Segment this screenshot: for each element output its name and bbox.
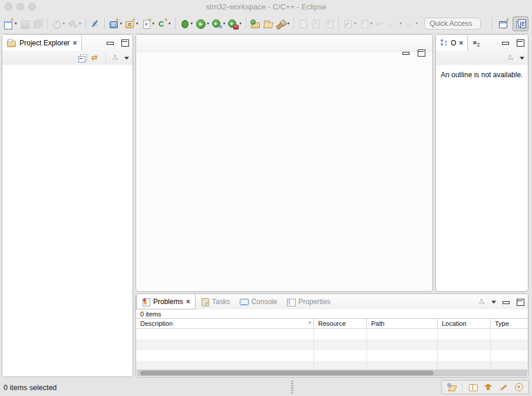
save-all-icon [33,19,43,29]
table-cell [438,339,491,350]
toolbar-separator [293,18,294,29]
build-configuration-icon [68,19,78,29]
samples-pencil-icon[interactable] [499,383,508,391]
close-icon[interactable]: × [459,39,463,47]
search-button[interactable]: ▾ [275,16,291,31]
table-row[interactable] [136,339,528,350]
maximize-view-button[interactable] [120,39,129,47]
tab-problems[interactable]: Problems× [136,294,196,309]
external-tools-button[interactable]: ▾ [227,16,243,31]
outline-icon [440,39,448,47]
tab-tasks[interactable]: Tasks [196,294,235,309]
view-menu-button[interactable]: ▼ [123,55,130,61]
scrollbar-thumb[interactable] [140,371,434,375]
close-icon[interactable]: × [72,39,77,47]
minimize-editor-button[interactable] [401,49,410,57]
horizontal-scrollbar[interactable] [137,369,527,377]
new-button[interactable]: ▾ [2,16,18,31]
tasks-icon [200,298,209,306]
traffic-light-minimize-button[interactable] [16,3,24,11]
problems-view: Problems×TasksConsoleProperties ▼ 0 item… [136,293,528,378]
toolbar-buttons: ▾▾▾▾▾▾▾▾▾▾▾▾▾▾▾▾ [2,16,419,31]
debug-button[interactable]: ▾ [179,16,194,31]
maximize-view-button[interactable] [516,39,524,47]
new-cpp-project-button[interactable]: ▾ [124,16,140,31]
editor-area[interactable] [136,34,433,292]
table-row[interactable] [136,329,528,339]
whats-new-star-icon[interactable] [514,383,524,391]
welcome-toolbar [441,380,529,394]
overview-book-icon[interactable] [468,383,478,391]
open-resource-button[interactable] [262,16,275,31]
profile-button[interactable]: ▾ [211,16,227,31]
back-button: ▾ [387,16,403,31]
dropdown-caret-icon: ▾ [207,21,209,26]
view-overflow-button[interactable]: » 2 [472,38,480,48]
maximize-view-button[interactable] [516,298,524,306]
project-explorer-tree[interactable] [2,65,133,377]
toolbar-separator [85,18,86,29]
build-all-icon [52,19,62,29]
toolbar-separator [462,382,462,392]
console-icon [239,298,248,306]
open-perspective-button[interactable] [497,16,510,31]
toolbar-separator [175,18,176,29]
column-header-description[interactable]: Description^ [136,319,314,328]
link-with-editor-button[interactable] [91,53,101,62]
open-perspective-icon [498,19,509,29]
show-whitespace-button [323,16,335,31]
tab-outline[interactable]: O × [436,35,468,51]
skip-all-breakpoints-button[interactable] [89,16,101,31]
save-icon [20,19,30,29]
column-header-type[interactable]: Type [491,319,528,328]
back-to-last-edit-button [374,16,386,31]
outline-header: O × » 2 ▼ [436,35,528,65]
new-source-file-icon [141,19,151,29]
view-menu-button[interactable]: ▼ [518,55,526,61]
new-class-button[interactable]: ▾ [156,16,172,31]
next-annotation-icon [298,19,308,29]
minimize-view-button[interactable] [501,298,510,306]
traffic-light-close-button[interactable] [5,3,12,11]
tab-console[interactable]: Console [234,294,282,309]
close-icon[interactable]: × [186,298,190,305]
forward-icon [405,19,415,29]
column-header-resource[interactable]: Resource [314,319,367,328]
table-cell [314,339,367,350]
last-edit-location-icon [343,19,353,29]
project-explorer-view: Project Explorer × ▼ [2,34,133,377]
view-menu-button[interactable]: ▼ [490,299,497,305]
go-to-next-edit-icon [359,19,369,29]
column-header-location[interactable]: Location [438,319,491,328]
collapse-all-button[interactable] [77,53,87,62]
tab-label: Project Explorer [19,39,70,47]
toolbar-separator [47,18,48,29]
dropdown-caret-icon: ▾ [168,21,171,26]
maximize-editor-button[interactable] [417,49,425,57]
traffic-light-zoom-button[interactable] [28,3,36,11]
welcome-icon[interactable] [447,383,456,391]
c-cpp-perspective-button[interactable] [513,16,528,31]
selection-status: 0 items selected [4,384,57,392]
quick-access-input[interactable] [424,18,481,29]
new-source-file-button[interactable]: ▾ [140,16,156,31]
bottom-tab-bar: Problems×TasksConsoleProperties ▼ [136,294,528,309]
status-bar: 0 items selected [0,378,532,396]
table-row[interactable] [136,350,528,361]
open-type-icon [250,19,260,29]
tab-properties[interactable]: Properties [282,294,335,309]
open-type-button[interactable] [249,16,262,31]
run-button[interactable]: ▾ [194,16,210,31]
table-cell [136,339,314,350]
column-header-path[interactable]: Path [367,319,438,328]
table-cell [491,339,528,350]
minimize-view-button[interactable] [105,39,114,47]
new-c-project-button[interactable]: ▾ [108,16,124,31]
column-label: Type [495,320,509,327]
back-icon [388,19,398,29]
tutorials-graduation-cap-icon[interactable] [484,383,493,391]
tab-project-explorer[interactable]: Project Explorer × [2,35,82,51]
minimize-view-button[interactable] [501,39,510,47]
dropdown-caret-icon: ▾ [136,21,138,26]
statusbar-drag-handle[interactable] [291,381,293,394]
